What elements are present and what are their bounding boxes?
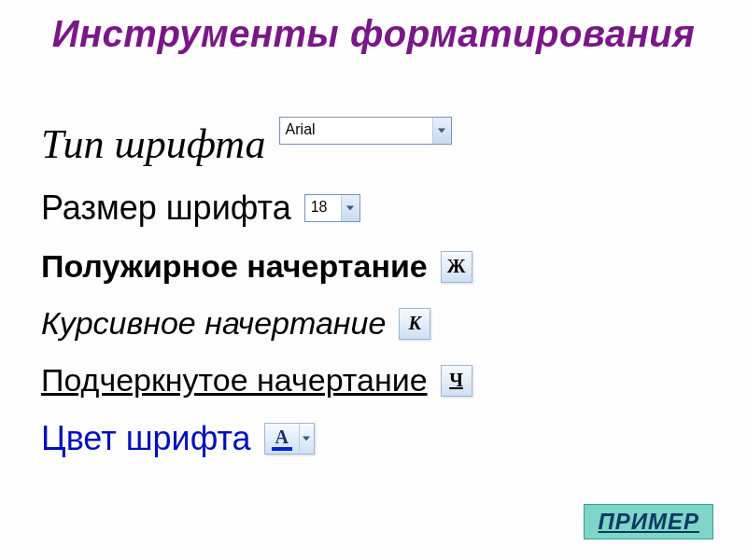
row-font-color: Цвет шрифта А <box>0 419 747 458</box>
underline-button[interactable]: Ч <box>441 365 472 397</box>
font-color-button[interactable]: А <box>264 423 315 455</box>
font-color-label: Цвет шрифта <box>41 419 251 458</box>
bold-glyph: Ж <box>447 256 466 277</box>
example-button[interactable]: ПРИМЕР <box>584 504 713 539</box>
font-type-value: Arial <box>280 118 432 144</box>
font-type-label: Тип шрифта <box>41 120 266 168</box>
chevron-down-icon[interactable] <box>432 118 451 144</box>
underline-glyph: Ч <box>449 370 463 391</box>
italic-label: Курсивное начертание <box>41 305 386 342</box>
row-bold: Полужирное начертание Ж <box>0 248 747 285</box>
font-size-dropdown[interactable]: 18 <box>304 194 360 222</box>
font-color-bar <box>272 447 292 451</box>
underline-label: Подчеркнутое начертание <box>41 362 428 399</box>
row-italic: Курсивное начертание К <box>0 305 747 342</box>
page-title: Инструменты форматирования <box>0 0 747 61</box>
bold-label: Полужирное начертание <box>41 248 428 285</box>
row-underline: Подчеркнутое начертание Ч <box>0 362 747 399</box>
bold-button[interactable]: Ж <box>441 251 472 283</box>
chevron-down-icon[interactable] <box>341 195 359 221</box>
font-color-glyph: А <box>275 427 288 446</box>
chevron-down-icon[interactable] <box>299 424 314 454</box>
row-font-type: Тип шрифта Arial <box>0 92 747 168</box>
font-type-dropdown[interactable]: Arial <box>279 117 452 145</box>
font-size-value: 18 <box>305 195 341 221</box>
italic-button[interactable]: К <box>399 308 430 340</box>
row-font-size: Размер шрифта 18 <box>0 189 747 228</box>
font-size-label: Размер шрифта <box>41 189 291 228</box>
font-color-main[interactable]: А <box>265 424 299 454</box>
italic-glyph: К <box>409 313 422 334</box>
